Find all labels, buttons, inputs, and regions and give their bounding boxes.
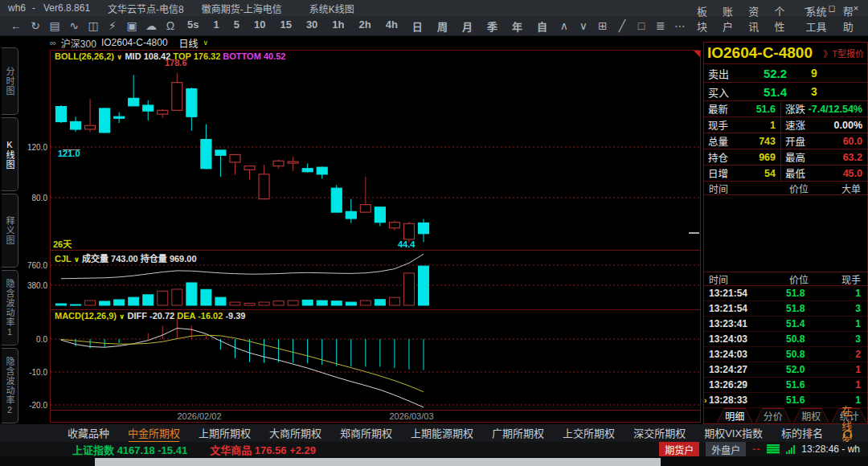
ask-label: 卖出	[704, 66, 739, 81]
ask-price: 52.2	[739, 67, 811, 80]
taskbar-strip[interactable]	[95, 458, 661, 466]
tick-row[interactable]: 13:24:0350.82	[704, 347, 867, 362]
stat-label: 最低	[781, 166, 805, 181]
panel-tab-期权[interactable]: 期权	[793, 408, 829, 423]
link-icon[interactable]: ∞	[50, 38, 56, 47]
market-status-chip	[767, 444, 780, 454]
nav-item-标的排名[interactable]: 标的排名	[781, 425, 823, 441]
quote-list-icon[interactable]: ▤	[45, 19, 64, 32]
shanghai-index[interactable]: 上证指数 4167.18 -15.41	[72, 442, 187, 457]
macd-axis-label: -20.0	[19, 401, 47, 410]
period-button-年[interactable]: 年	[505, 18, 530, 34]
chart-type-sidebar: 分时图K线图释义图隐含波动率1隐含波动率2	[0, 36, 19, 424]
trendline-tool-icon[interactable]: ╱	[612, 19, 632, 32]
stat-value: 60.0	[843, 136, 867, 147]
big-order-table[interactable]	[704, 195, 867, 272]
bid-row[interactable]: 买入 51.4 3	[704, 83, 867, 101]
volume-axis-label: 760.0	[19, 261, 47, 270]
collapse-up-icon[interactable]: ∧	[555, 19, 574, 32]
external-account-button[interactable]: 外盘户	[706, 442, 746, 457]
tick-row[interactable]: 13:23:4151.41	[704, 317, 867, 332]
sidebar-tab-释义图[interactable]: 释义图	[2, 194, 18, 268]
nav-item-上交所期权[interactable]: 上交所期权	[563, 425, 615, 441]
main-toolbar: ←↻▤∿◫⚡▣☁Ω 5s151015301h2h4h日周月季年自 ∧∨⊞╱□≣⋯…	[0, 16, 868, 36]
chart-title-row: ∞ 沪深300 IO2604-C-4800 日线 ∨	[50, 36, 208, 49]
nav-item-收藏品种[interactable]: 收藏品种	[68, 425, 109, 441]
period-button-2h[interactable]: 2h	[352, 18, 379, 34]
stat-最新: 最新51.6	[704, 101, 780, 117]
nav-item-深交所期权[interactable]: 深交所期权	[633, 425, 686, 441]
tick-time: 13:26:29	[704, 379, 775, 390]
sidebar-tab-K线图[interactable]: K线图	[2, 117, 18, 191]
period-button-1[interactable]: 1	[206, 18, 226, 34]
period-button-日[interactable]: 日	[405, 18, 430, 34]
nav-item-上期所期权[interactable]: 上期所期权	[199, 425, 251, 441]
kline-icon[interactable]: ◫	[84, 19, 103, 32]
sidebar-tab-隐含波动率1[interactable]: 隐含波动率1	[2, 270, 18, 345]
nav-item-广期所期权[interactable]: 广期所期权	[492, 425, 544, 441]
date-axis-label: 2026/03/03	[389, 411, 433, 421]
tick-row[interactable]: 13:21:5451.83	[704, 301, 867, 317]
taskbar-area	[0, 456, 868, 466]
stat-涨跌: 涨跌-7.4/12.54%	[780, 101, 867, 117]
period-button-15[interactable]: 15	[272, 18, 298, 34]
period-button-季[interactable]: 季	[480, 18, 505, 34]
nav-item-郑商所期权[interactable]: 郑商所期权	[340, 425, 392, 441]
volume-canvas[interactable]	[51, 251, 700, 309]
back-icon[interactable]: ←	[6, 19, 26, 32]
period-button-5[interactable]: 5	[227, 18, 247, 34]
wenhua-index[interactable]: 文华商品 176.56 +2.29	[210, 442, 316, 457]
cloud-alert-icon[interactable]: ☁	[141, 19, 161, 32]
panel-tab-label: 期权	[794, 409, 829, 423]
expand-down-icon[interactable]: ∨	[574, 19, 593, 32]
layout-list-icon[interactable]: ≣	[651, 19, 670, 32]
period-button-月[interactable]: 月	[455, 18, 480, 34]
tick-time: 13:28:33	[704, 394, 775, 406]
draw-board-icon[interactable]: ▣	[122, 19, 141, 32]
tick-row[interactable]: 13:24:0350.83	[704, 332, 867, 347]
sidebar-tab-隐含波动率2[interactable]: 隐含波动率2	[2, 348, 18, 423]
alert-bell-icon[interactable]: Ω	[161, 19, 180, 32]
nav-item-期权VIX指数[interactable]: 期权VIX指数	[704, 425, 763, 441]
period-button-自[interactable]: 自	[530, 18, 555, 34]
panel-tab-明细[interactable]: 明细	[717, 408, 753, 423]
stat-总量: 总量743	[704, 133, 780, 149]
tick-lots: 1	[830, 379, 867, 390]
more-icon[interactable]: ⋯	[670, 19, 690, 32]
period-button-5s[interactable]: 5s	[180, 18, 206, 34]
chart-period[interactable]: 日线	[179, 36, 199, 50]
period-button-周[interactable]: 周	[430, 18, 455, 34]
t-quote-link[interactable]: 》T型报价	[823, 47, 864, 59]
nav-item-中金所期权[interactable]: 中金所期权	[128, 425, 180, 441]
period-button-1h[interactable]: 1h	[325, 18, 351, 34]
macd-canvas[interactable]	[51, 310, 700, 410]
date-axis-label: 2026/02/02	[177, 411, 221, 421]
insert-pane-icon[interactable]: ⊞	[593, 19, 612, 32]
period-button-4h[interactable]: 4h	[379, 18, 405, 34]
period-button-30[interactable]: 30	[299, 18, 325, 34]
nav-item-上期能源期权[interactable]: 上期能源期权	[411, 425, 473, 441]
price-axis-label: 120.0	[19, 143, 47, 152]
ask-row[interactable]: 卖出 52.2 9	[704, 64, 867, 83]
refresh-icon[interactable]: ↻	[26, 19, 45, 32]
tick-price: 51.6	[775, 379, 830, 390]
tick-row[interactable]: 13:21:5451.81	[704, 286, 867, 301]
candlestick-canvas[interactable]	[51, 51, 700, 250]
tick-row[interactable]: 13:26:2951.61	[704, 378, 867, 393]
tick-row[interactable]: 13:24:2752.01	[704, 362, 867, 378]
period-dropdown-icon[interactable]: ∨	[203, 39, 209, 47]
period-button-10[interactable]: 10	[247, 18, 272, 34]
clock-text: 13:28:46 - wh	[801, 444, 860, 455]
bid-price: 51.4	[739, 85, 811, 99]
quote-stats-grid: 最新51.6涨跌-7.4/12.54%现手1速涨0.00%总量743开盘60.0…	[704, 101, 867, 182]
sidebar-tab-分时图[interactable]: 分时图	[2, 47, 18, 115]
panel-tab-分价[interactable]: 分价	[755, 408, 792, 423]
chart-market: 沪深300	[61, 36, 96, 50]
time-chart-icon[interactable]: ∿	[64, 19, 84, 32]
futures-account-button[interactable]: 期货户	[659, 442, 699, 457]
nav-item-大商所期权[interactable]: 大商所期权	[269, 425, 321, 441]
rectangle-tool-icon[interactable]: □	[632, 19, 651, 32]
stat-value: 63.2	[843, 152, 867, 163]
tick-price: 51.6	[775, 394, 830, 406]
lightning-order-icon[interactable]: ⚡	[103, 19, 122, 32]
